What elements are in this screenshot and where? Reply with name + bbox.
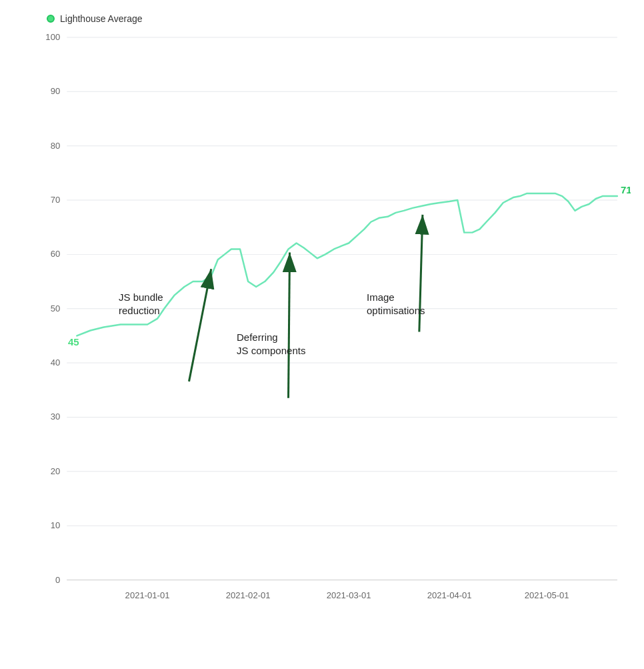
svg-text:0: 0 (55, 575, 60, 585)
annotation-deferring: DeferringJS components (237, 331, 305, 357)
deferring-arrow (289, 252, 290, 398)
line-chart: 100 90 80 70 60 50 40 30 20 10 0 2021-01… (40, 31, 631, 626)
svg-text:60: 60 (51, 249, 61, 259)
svg-text:10: 10 (51, 520, 61, 530)
svg-text:70: 70 (51, 195, 61, 205)
svg-text:100: 100 (45, 32, 60, 42)
chart-area: 100 90 80 70 60 50 40 30 20 10 0 2021-01… (40, 31, 631, 626)
chart-container: Lighthouse Average 100 90 80 70 60 50 (0, 0, 644, 669)
svg-text:20: 20 (51, 466, 61, 476)
legend-label: Lighthouse Average (60, 13, 143, 24)
svg-text:80: 80 (51, 141, 61, 151)
svg-text:2021-01-01: 2021-01-01 (125, 590, 170, 600)
svg-text:90: 90 (51, 86, 61, 96)
svg-text:30: 30 (51, 412, 61, 422)
js-bundle-arrow (189, 269, 211, 382)
annotation-js-bundle: JS bundlereduction (119, 291, 163, 317)
annotation-image-optimisations: Imageoptimisations (367, 291, 425, 317)
svg-text:71: 71 (621, 184, 631, 195)
svg-text:50: 50 (51, 303, 61, 313)
svg-text:2021-02-01: 2021-02-01 (226, 590, 271, 600)
svg-text:2021-05-01: 2021-05-01 (525, 590, 569, 600)
chart-legend: Lighthouse Average (47, 13, 631, 24)
svg-text:2021-04-01: 2021-04-01 (427, 590, 472, 600)
svg-text:40: 40 (51, 358, 61, 368)
svg-text:45: 45 (68, 336, 79, 348)
legend-dot (47, 15, 55, 23)
svg-text:2021-03-01: 2021-03-01 (327, 590, 371, 600)
